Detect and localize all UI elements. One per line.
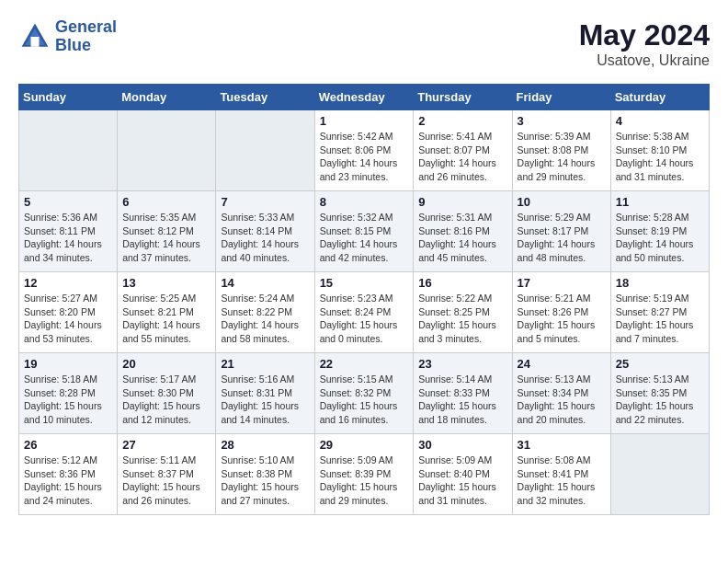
calendar-cell: 4Sunrise: 5:38 AM Sunset: 8:10 PM Daylig… [610, 110, 709, 191]
logo-icon [18, 20, 51, 53]
day-info: Sunrise: 5:29 AM Sunset: 8:17 PM Dayligh… [518, 211, 606, 265]
day-number: 15 [320, 276, 409, 290]
day-number: 11 [616, 195, 704, 209]
location-title: Usatove, Ukraine [579, 52, 710, 69]
day-number: 24 [518, 357, 606, 371]
day-info: Sunrise: 5:41 AM Sunset: 8:07 PM Dayligh… [418, 130, 506, 184]
calendar-week-row: 26Sunrise: 5:12 AM Sunset: 8:36 PM Dayli… [19, 434, 710, 515]
calendar-cell: 13Sunrise: 5:25 AM Sunset: 8:21 PM Dayli… [118, 272, 216, 353]
calendar-cell: 15Sunrise: 5:23 AM Sunset: 8:24 PM Dayli… [314, 272, 414, 353]
day-number: 8 [320, 195, 409, 209]
calendar-cell: 17Sunrise: 5:21 AM Sunset: 8:26 PM Dayli… [512, 272, 610, 353]
day-number: 16 [418, 276, 506, 290]
day-info: Sunrise: 5:24 AM Sunset: 8:22 PM Dayligh… [221, 292, 309, 346]
day-number: 23 [418, 357, 506, 371]
calendar-cell: 3Sunrise: 5:39 AM Sunset: 8:08 PM Daylig… [512, 110, 610, 191]
calendar-cell: 5Sunrise: 5:36 AM Sunset: 8:11 PM Daylig… [19, 191, 118, 272]
calendar-week-row: 19Sunrise: 5:18 AM Sunset: 8:28 PM Dayli… [19, 353, 710, 434]
calendar-cell: 16Sunrise: 5:22 AM Sunset: 8:25 PM Dayli… [414, 272, 512, 353]
day-number: 21 [221, 357, 309, 371]
day-info: Sunrise: 5:15 AM Sunset: 8:32 PM Dayligh… [320, 373, 409, 427]
day-number: 20 [122, 357, 210, 371]
calendar-cell: 23Sunrise: 5:14 AM Sunset: 8:33 PM Dayli… [414, 353, 512, 434]
calendar-cell: 11Sunrise: 5:28 AM Sunset: 8:19 PM Dayli… [610, 191, 709, 272]
day-number: 31 [518, 438, 606, 452]
calendar-cell: 14Sunrise: 5:24 AM Sunset: 8:22 PM Dayli… [216, 272, 314, 353]
calendar-cell: 6Sunrise: 5:35 AM Sunset: 8:12 PM Daylig… [118, 191, 216, 272]
month-title: May 2024 [579, 18, 710, 52]
calendar-cell [610, 434, 709, 515]
day-info: Sunrise: 5:16 AM Sunset: 8:31 PM Dayligh… [221, 373, 309, 427]
calendar-cell: 24Sunrise: 5:13 AM Sunset: 8:34 PM Dayli… [512, 353, 610, 434]
day-info: Sunrise: 5:27 AM Sunset: 8:20 PM Dayligh… [24, 292, 112, 346]
day-info: Sunrise: 5:09 AM Sunset: 8:40 PM Dayligh… [418, 454, 506, 508]
weekday-header-friday: Friday [512, 85, 610, 110]
weekday-header-monday: Monday [118, 85, 216, 110]
calendar-cell: 27Sunrise: 5:11 AM Sunset: 8:37 PM Dayli… [118, 434, 216, 515]
day-info: Sunrise: 5:19 AM Sunset: 8:27 PM Dayligh… [616, 292, 704, 346]
calendar-cell [216, 110, 314, 191]
calendar-cell: 21Sunrise: 5:16 AM Sunset: 8:31 PM Dayli… [216, 353, 314, 434]
day-number: 22 [320, 357, 409, 371]
day-info: Sunrise: 5:22 AM Sunset: 8:25 PM Dayligh… [418, 292, 506, 346]
svg-rect-2 [31, 37, 40, 47]
day-number: 14 [221, 276, 309, 290]
calendar-cell: 8Sunrise: 5:32 AM Sunset: 8:15 PM Daylig… [314, 191, 414, 272]
weekday-header-thursday: Thursday [414, 85, 512, 110]
title-block: May 2024 Usatove, Ukraine [579, 18, 710, 69]
calendar-cell: 25Sunrise: 5:13 AM Sunset: 8:35 PM Dayli… [610, 353, 709, 434]
calendar-cell: 19Sunrise: 5:18 AM Sunset: 8:28 PM Dayli… [19, 353, 118, 434]
logo-text: General Blue [55, 18, 117, 55]
day-number: 18 [616, 276, 704, 290]
day-info: Sunrise: 5:08 AM Sunset: 8:41 PM Dayligh… [518, 454, 606, 508]
calendar-cell: 26Sunrise: 5:12 AM Sunset: 8:36 PM Dayli… [19, 434, 118, 515]
day-info: Sunrise: 5:28 AM Sunset: 8:19 PM Dayligh… [616, 211, 704, 265]
day-info: Sunrise: 5:13 AM Sunset: 8:34 PM Dayligh… [518, 373, 606, 427]
day-info: Sunrise: 5:10 AM Sunset: 8:38 PM Dayligh… [221, 454, 309, 508]
day-number: 28 [221, 438, 309, 452]
day-info: Sunrise: 5:12 AM Sunset: 8:36 PM Dayligh… [24, 454, 112, 508]
day-number: 9 [418, 195, 506, 209]
calendar-table: SundayMondayTuesdayWednesdayThursdayFrid… [18, 84, 710, 515]
calendar-cell: 20Sunrise: 5:17 AM Sunset: 8:30 PM Dayli… [118, 353, 216, 434]
day-info: Sunrise: 5:42 AM Sunset: 8:06 PM Dayligh… [320, 130, 409, 184]
day-info: Sunrise: 5:14 AM Sunset: 8:33 PM Dayligh… [418, 373, 506, 427]
weekday-header-saturday: Saturday [610, 85, 709, 110]
day-number: 2 [418, 114, 506, 128]
day-number: 1 [320, 114, 409, 128]
day-number: 7 [221, 195, 309, 209]
weekday-header-wednesday: Wednesday [314, 85, 414, 110]
day-number: 17 [518, 276, 606, 290]
day-info: Sunrise: 5:09 AM Sunset: 8:39 PM Dayligh… [320, 454, 409, 508]
calendar-cell: 1Sunrise: 5:42 AM Sunset: 8:06 PM Daylig… [314, 110, 414, 191]
calendar-cell: 22Sunrise: 5:15 AM Sunset: 8:32 PM Dayli… [314, 353, 414, 434]
day-number: 30 [418, 438, 506, 452]
day-number: 10 [518, 195, 606, 209]
day-info: Sunrise: 5:36 AM Sunset: 8:11 PM Dayligh… [24, 211, 112, 265]
calendar-cell [118, 110, 216, 191]
day-info: Sunrise: 5:35 AM Sunset: 8:12 PM Dayligh… [122, 211, 210, 265]
day-number: 4 [616, 114, 704, 128]
calendar-cell: 30Sunrise: 5:09 AM Sunset: 8:40 PM Dayli… [414, 434, 512, 515]
day-number: 26 [24, 438, 112, 452]
day-info: Sunrise: 5:18 AM Sunset: 8:28 PM Dayligh… [24, 373, 112, 427]
day-number: 13 [122, 276, 210, 290]
calendar-cell: 10Sunrise: 5:29 AM Sunset: 8:17 PM Dayli… [512, 191, 610, 272]
day-number: 3 [518, 114, 606, 128]
day-number: 6 [122, 195, 210, 209]
calendar-week-row: 12Sunrise: 5:27 AM Sunset: 8:20 PM Dayli… [19, 272, 710, 353]
day-info: Sunrise: 5:25 AM Sunset: 8:21 PM Dayligh… [122, 292, 210, 346]
day-info: Sunrise: 5:32 AM Sunset: 8:15 PM Dayligh… [320, 211, 409, 265]
calendar-cell: 12Sunrise: 5:27 AM Sunset: 8:20 PM Dayli… [19, 272, 118, 353]
day-info: Sunrise: 5:31 AM Sunset: 8:16 PM Dayligh… [418, 211, 506, 265]
day-number: 19 [24, 357, 112, 371]
day-number: 5 [24, 195, 112, 209]
day-info: Sunrise: 5:23 AM Sunset: 8:24 PM Dayligh… [320, 292, 409, 346]
day-info: Sunrise: 5:17 AM Sunset: 8:30 PM Dayligh… [122, 373, 210, 427]
calendar-cell: 2Sunrise: 5:41 AM Sunset: 8:07 PM Daylig… [414, 110, 512, 191]
calendar-week-row: 5Sunrise: 5:36 AM Sunset: 8:11 PM Daylig… [19, 191, 710, 272]
weekday-header-sunday: Sunday [19, 85, 118, 110]
day-number: 25 [616, 357, 704, 371]
calendar-cell: 18Sunrise: 5:19 AM Sunset: 8:27 PM Dayli… [610, 272, 709, 353]
page-header: General Blue May 2024 Usatove, Ukraine [18, 18, 710, 69]
